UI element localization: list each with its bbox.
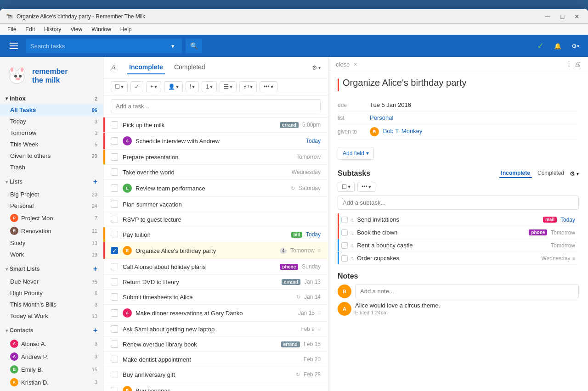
sidebar-item-all-tasks[interactable]: All Tasks 96 <box>0 104 103 116</box>
sync-check-icon[interactable]: ✓ <box>533 39 548 53</box>
add-subtask-input[interactable] <box>338 196 579 210</box>
info-button[interactable]: i <box>568 61 570 68</box>
subtask-checkbox[interactable] <box>341 255 348 262</box>
subtask-tab-completed[interactable]: Completed <box>536 169 566 178</box>
note-input[interactable] <box>355 284 579 298</box>
subtask-row[interactable]: t. Book the clown phone Tomorrow <box>338 226 579 239</box>
task-row[interactable]: Plan summer vacation <box>103 197 328 212</box>
task-row[interactable]: A Schedule interview with Andrew Today <box>103 133 328 150</box>
smart-lists-header[interactable]: ▾ Smart Lists + <box>0 262 103 276</box>
task-checkbox[interactable] <box>111 184 118 192</box>
sidebar-item-tomorrow[interactable]: Tomorrow 1 <box>0 127 103 139</box>
task-checkbox[interactable] <box>111 309 118 317</box>
notifications-button[interactable]: 🔔 <box>550 39 565 53</box>
task-row[interactable]: Call Alonso about holiday plans phone Su… <box>103 259 328 274</box>
subtask-checkbox[interactable] <box>341 242 348 249</box>
close-x[interactable]: ✕ <box>353 61 357 67</box>
sidebar-item-trash[interactable]: Trash <box>0 162 103 173</box>
more-button[interactable]: ••• ▾ <box>260 81 277 92</box>
sidebar-item-omar[interactable]: O Omar K. 5 <box>0 389 103 391</box>
add-task-input[interactable] <box>111 99 321 113</box>
sidebar-item-today[interactable]: Today 3 <box>0 116 103 127</box>
list-link[interactable]: Personal <box>370 114 393 121</box>
task-row[interactable]: Buy anniversary gift ↻ Feb 28 <box>103 367 328 382</box>
task-checkbox[interactable] <box>111 356 118 363</box>
task-list-gear-button[interactable]: ⚙ ▾ <box>312 64 321 71</box>
task-checkbox[interactable]: ✓ <box>111 247 118 254</box>
menu-help[interactable]: Help <box>117 25 136 34</box>
sidebar-item-project-moo[interactable]: P Project Moo 7 <box>0 212 103 224</box>
subtask-gear-button[interactable]: ⚙ ▾ <box>570 170 579 177</box>
task-checkbox[interactable] <box>111 325 118 333</box>
task-checkbox[interactable] <box>111 263 118 270</box>
tab-completed[interactable]: Completed <box>172 61 207 74</box>
due-button[interactable]: 1 ▾ <box>202 81 217 92</box>
add-list-button[interactable]: + <box>93 178 97 186</box>
task-checkbox[interactable] <box>111 371 118 378</box>
task-row[interactable]: RSVP to guest lecture <box>103 212 328 227</box>
task-checkbox[interactable] <box>111 216 118 223</box>
search-input[interactable] <box>30 43 168 50</box>
sidebar-item-alonso[interactable]: A Alonso A. 3 <box>0 337 103 350</box>
subtask-checkbox[interactable] <box>341 229 348 236</box>
sidebar-item-work[interactable]: Work 19 <box>0 249 103 260</box>
sidebar-item-due-never[interactable]: Due Never 75 <box>0 276 103 287</box>
minimize-button[interactable]: ─ <box>542 12 553 21</box>
menu-window[interactable]: Window <box>88 25 115 34</box>
task-row[interactable]: Ask Sami about getting new laptop Feb 9 … <box>103 322 328 337</box>
settings-button[interactable]: ⚙▾ <box>568 39 582 53</box>
task-row[interactable]: A Make dinner reservations at Gary Danko… <box>103 305 328 322</box>
task-checkbox[interactable] <box>111 293 118 301</box>
close-button[interactable]: ✕ <box>571 12 582 21</box>
task-checkbox[interactable] <box>111 278 118 285</box>
sidebar-item-emily[interactable]: E Emily B. 15 <box>0 363 103 376</box>
subtask-tab-incomplete[interactable]: Incomplete <box>499 169 532 178</box>
task-row[interactable]: Submit timesheets to Alice ↻ Jan 14 <box>103 290 328 305</box>
maximize-button[interactable]: □ <box>557 12 568 21</box>
task-row[interactable]: Return DVD to Henry errand Jan 13 <box>103 274 328 290</box>
task-row[interactable]: Pick up the milk errand 5:00pm <box>103 117 328 133</box>
subtask-row[interactable]: t. Send invitations mail Today <box>338 213 579 226</box>
print-button[interactable]: 🖨 <box>574 61 581 68</box>
assign-button[interactable]: 👤 ▾ <box>164 81 183 92</box>
add-contact-button[interactable]: + <box>93 326 97 335</box>
lists-header[interactable]: ▾ Lists + <box>0 175 103 189</box>
task-row[interactable]: ✓ B Organize Alice's birthday party 4 To… <box>103 242 328 259</box>
print-icon[interactable]: 🖨 <box>111 64 120 71</box>
sidebar-item-kristian[interactable]: K Kristian D. 3 <box>0 376 103 389</box>
add-task-button[interactable]: + ▾ <box>146 81 161 92</box>
tab-incomplete[interactable]: Incomplete <box>127 61 165 74</box>
priority-button[interactable]: ! ▾ <box>186 81 199 92</box>
search-button[interactable]: 🔍 <box>186 39 202 53</box>
search-bar[interactable]: ▾ <box>26 39 182 53</box>
subtask-checkbox[interactable] <box>341 217 348 223</box>
task-row[interactable]: Pay tuition bill Today <box>103 227 328 242</box>
complete-button[interactable]: ✓ <box>130 81 143 92</box>
sidebar-item-given-to-others[interactable]: Given to others 29 <box>0 150 103 162</box>
tag-button[interactable]: 🏷 ▾ <box>239 81 257 92</box>
detail-close-button[interactable]: close <box>336 61 350 68</box>
sidebar-item-inbox[interactable]: ▾ Inbox 2 <box>0 93 103 104</box>
menu-file[interactable]: File <box>4 25 20 34</box>
menu-history[interactable]: History <box>40 25 65 34</box>
task-row[interactable]: Make dentist appointment Feb 20 <box>103 352 328 367</box>
sidebar-item-this-week[interactable]: This Week 5 <box>0 139 103 150</box>
menu-view[interactable]: View <box>67 25 86 34</box>
task-row[interactable]: B Buy bananas <box>103 382 328 391</box>
subtask-more-button[interactable]: ••• ▾ <box>357 182 375 192</box>
task-checkbox[interactable] <box>111 387 118 391</box>
add-smart-list-button[interactable]: + <box>93 265 97 273</box>
subtask-row[interactable]: t. Rent a bouncy castle Tomorrow <box>338 239 579 252</box>
search-dropdown-icon[interactable]: ▾ <box>168 43 177 50</box>
contacts-header[interactable]: ▾ Contacts + <box>0 324 103 337</box>
sidebar-item-andrew[interactable]: A Andrew P. 3 <box>0 350 103 363</box>
task-checkbox[interactable] <box>111 201 118 208</box>
sidebar-item-renovation[interactable]: R Renovation 11 <box>0 224 103 237</box>
subtask-row[interactable]: t. Order cupcakes Wednesday ≡ <box>338 252 579 265</box>
task-row[interactable]: E Review team performance ↻ Saturday <box>103 180 328 197</box>
given-to-link[interactable]: Bob T. Monkey <box>383 128 423 134</box>
sidebar-item-personal[interactable]: Personal 24 <box>0 200 103 212</box>
sidebar-item-high-priority[interactable]: High Priority 8 <box>0 287 103 299</box>
task-checkbox[interactable] <box>111 341 118 348</box>
menu-edit[interactable]: Edit <box>22 25 39 34</box>
